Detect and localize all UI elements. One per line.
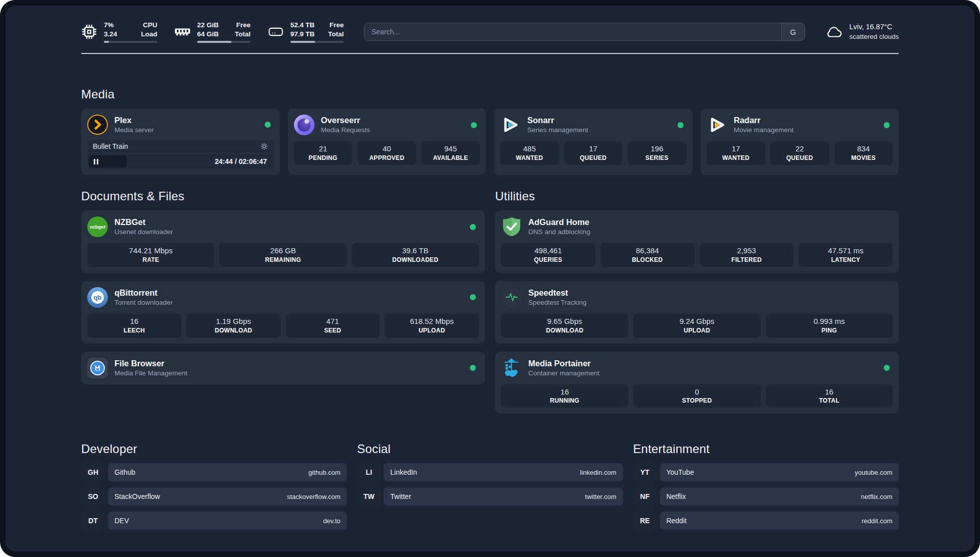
- card-overseerr[interactable]: Overseerr Media Requests 21PENDING 40APP…: [288, 108, 486, 175]
- bookmark-dev[interactable]: DT DEV dev.to: [81, 512, 347, 530]
- app-title: Media Portainer: [528, 358, 599, 369]
- app-subtitle: Media File Management: [114, 369, 188, 378]
- app-subtitle: Series management: [527, 126, 588, 135]
- bookmark-reddit[interactable]: RE Reddit reddit.com: [633, 512, 899, 530]
- memory-labels: FreeTotal: [235, 21, 251, 39]
- cpu-progress-fill: [104, 41, 109, 43]
- cpu-widget: 7%3.24 CPULoad: [81, 21, 157, 43]
- media-grid: Plex Media server Bullet Train: [81, 108, 899, 175]
- card-radarr[interactable]: Radarr Movie management 17WANTED 22QUEUE…: [701, 108, 899, 175]
- bookmark-stackoverflow[interactable]: SO StackOverflow stackoverflow.com: [81, 487, 347, 506]
- top-bar: 7%3.24 CPULoad: [81, 18, 899, 46]
- app-title: File Browser: [114, 358, 188, 369]
- card-sonarr[interactable]: Sonarr Series management 485WANTED 17QUE…: [494, 108, 693, 175]
- pause-button[interactable]: [89, 155, 127, 168]
- app-title: Speedtest: [528, 288, 587, 298]
- app-subtitle: Torrent downloader: [114, 298, 173, 307]
- stat-movies: 834MOVIES: [834, 141, 893, 165]
- search-input[interactable]: [364, 23, 781, 40]
- bookmark-name: StackOverflow: [114, 492, 160, 500]
- bookmark-abbr: SO: [81, 487, 105, 506]
- app-title: Sonarr: [527, 115, 588, 126]
- stat-ping: 0.993 msPING: [766, 314, 893, 338]
- bookmark-url: netflix.com: [861, 493, 892, 500]
- app-title: Radarr: [734, 115, 794, 126]
- bookmark-url: youtube.com: [855, 469, 892, 476]
- stat-queries: 498,461QUERIES: [501, 243, 595, 267]
- section-title-entertainment: Entertainment: [633, 442, 899, 456]
- app-title: AdGuard Home: [528, 217, 590, 228]
- card-nzbget[interactable]: nzbget NZBGet Usenet downloader 744.21 M…: [81, 210, 485, 273]
- bookmark-url: dev.to: [323, 517, 340, 525]
- memory-values: 22 GiB64 GiB: [197, 21, 219, 39]
- card-adguard[interactable]: AdGuard Home DNS and adblocking 498,461Q…: [495, 210, 899, 273]
- section-title-social: Social: [357, 442, 623, 456]
- pause-icon: [94, 159, 95, 164]
- memory-progress-track: [197, 41, 251, 43]
- status-online-dot: [470, 365, 476, 371]
- stat-pending: 21PENDING: [294, 141, 353, 165]
- bookmark-abbr: YT: [633, 463, 657, 481]
- portainer-icon: [501, 358, 522, 378]
- stat-running: 16RUNNING: [501, 384, 628, 408]
- memory-icon: [174, 24, 191, 40]
- weather-widget[interactable]: Lviv, 16.87°C scattered clouds: [824, 22, 899, 41]
- weather-condition: scattered clouds: [849, 32, 899, 41]
- section-title-media: Media: [81, 87, 899, 101]
- bookmark-youtube[interactable]: YT YouTube youtube.com: [633, 463, 899, 481]
- memory-progress-fill: [197, 41, 231, 43]
- stat-queued: 22QUEUED: [770, 141, 829, 165]
- card-portainer[interactable]: Media Portainer Container management 16R…: [495, 352, 899, 414]
- bookmark-name: Twitter: [390, 492, 411, 500]
- bookmark-name: DEV: [114, 517, 129, 525]
- dashboard: 7%3.24 CPULoad: [6, 6, 974, 551]
- gear-icon[interactable]: [260, 142, 268, 150]
- cpu-icon: [81, 24, 97, 40]
- bookmark-github[interactable]: GH Github github.com: [81, 463, 347, 481]
- bookmark-group-developer: Developer GH Github github.com SO StackO…: [81, 442, 347, 536]
- card-qbittorrent[interactable]: qb qBittorrent Torrent downloader 16LEEC…: [81, 281, 485, 344]
- documents-column: Documents & Files nzbget NZBGet Usenet d…: [81, 189, 485, 384]
- stat-download: 9.65 GbpsDOWNLOAD: [501, 314, 628, 338]
- stat-wanted: 17WANTED: [707, 141, 766, 165]
- card-filebrowser[interactable]: File Browser Media File Management: [81, 352, 485, 384]
- stat-queued: 17QUEUED: [564, 141, 623, 165]
- filebrowser-icon: [87, 358, 108, 378]
- storage-icon: [268, 24, 284, 40]
- bookmark-abbr: TW: [357, 487, 381, 506]
- bookmark-twitter[interactable]: TW Twitter twitter.com: [357, 487, 623, 506]
- bookmark-linkedin[interactable]: LI LinkedIn linkedin.com: [357, 463, 623, 481]
- card-plex[interactable]: Plex Media server Bullet Train: [81, 108, 280, 175]
- cpu-labels: CPULoad: [141, 21, 157, 39]
- bookmark-abbr: DT: [81, 512, 105, 530]
- bookmark-netflix[interactable]: NF Netflix netflix.com: [633, 487, 899, 506]
- stat-downloaded: 39.6 TBDOWNLOADED: [352, 243, 479, 267]
- storage-labels: FreeTotal: [328, 21, 344, 39]
- app-subtitle: Container management: [528, 369, 599, 378]
- stat-total: 16TOTAL: [766, 384, 893, 408]
- stat-latency: 47.571 msLATENCY: [799, 243, 893, 267]
- bookmark-group-entertainment: Entertainment YT YouTube youtube.com NF …: [633, 442, 899, 536]
- app-subtitle: Media Requests: [321, 126, 371, 135]
- search-engine-button[interactable]: G: [781, 23, 805, 40]
- stat-approved: 40APPROVED: [357, 141, 416, 165]
- app-title: Overseerr: [321, 115, 371, 126]
- bookmark-abbr: LI: [357, 463, 381, 481]
- bookmark-abbr: NF: [633, 487, 657, 506]
- sonarr-icon: [500, 115, 521, 135]
- bookmark-name: Reddit: [666, 517, 687, 525]
- utilities-column: Utilities AdGuard Home: [495, 189, 899, 414]
- status-online-dot: [884, 122, 890, 128]
- app-subtitle: Speedtest Tracking: [528, 298, 587, 307]
- app-title: Plex: [114, 115, 154, 126]
- search-bar: G: [364, 23, 805, 41]
- app-subtitle: Usenet downloader: [114, 228, 173, 237]
- speedtest-icon: [501, 287, 522, 308]
- app-subtitle: Movie management: [734, 126, 794, 135]
- storage-values: 52.4 TB97.9 TB: [290, 21, 315, 39]
- stat-series: 196SERIES: [628, 141, 687, 165]
- status-online-dot: [884, 365, 890, 371]
- stat-available: 945AVAILABLE: [421, 141, 480, 165]
- app-title: qBittorrent: [114, 288, 173, 298]
- card-speedtest[interactable]: Speedtest Speedtest Tracking 9.65 GbpsDO…: [495, 281, 899, 344]
